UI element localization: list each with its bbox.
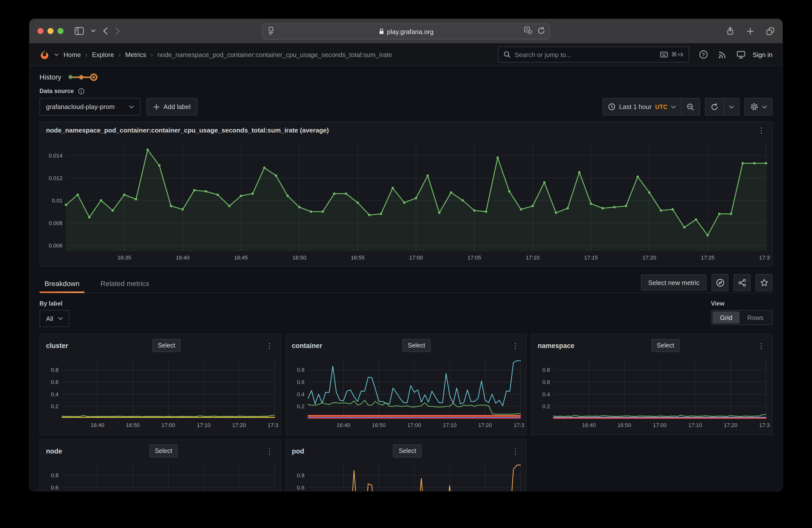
- forward-button-icon[interactable]: [115, 27, 120, 35]
- time-range-picker[interactable]: Last 1 hour UTC: [603, 99, 681, 115]
- x-axis-tick-label: 17:10: [443, 422, 456, 428]
- tab-overview-icon[interactable]: [766, 27, 774, 35]
- x-axis-tick-label: 16:40: [336, 422, 350, 428]
- history-step-current[interactable]: [90, 73, 97, 81]
- panel-menu-icon[interactable]: ⋮: [265, 342, 274, 349]
- node-chart-svg: 16:4016:5017:0017:1017:2017:300.20.40.60…: [42, 462, 278, 491]
- info-icon: [78, 88, 84, 94]
- view-option-rows[interactable]: Rows: [740, 311, 771, 323]
- refresh-interval-dropdown[interactable]: [724, 99, 739, 115]
- tab-related-metrics[interactable]: Related metrics: [96, 275, 154, 293]
- history-label: History: [40, 73, 61, 81]
- cluster-chart[interactable]: 16:4016:5017:0017:1017:2017:300.20.40.60…: [42, 356, 278, 432]
- tab-breakdown[interactable]: Breakdown: [40, 275, 85, 293]
- by-label-label: By label: [40, 300, 70, 308]
- select-new-metric-button[interactable]: Select new metric: [641, 275, 707, 291]
- logo-chevron-down-icon[interactable]: [55, 53, 58, 56]
- breadcrumb-item: node_namespace_pod_container:container_c…: [157, 51, 392, 58]
- history-step-dot[interactable]: [68, 75, 72, 79]
- namespace-chart[interactable]: 16:4016:5017:0017:1017:2017:300.20.40.60…: [534, 356, 770, 432]
- breakdown-panel-namespace: namespaceSelect⋮16:4016:5017:0017:1017:2…: [531, 334, 772, 435]
- x-axis-tick-label: 16:40: [176, 254, 189, 261]
- x-axis-tick-label: 16:50: [292, 254, 306, 261]
- history-step-connector: [72, 76, 79, 78]
- container-chart[interactable]: 16:4016:5017:0017:1017:2017:300.20.40.60…: [288, 356, 524, 432]
- back-button-icon[interactable]: [102, 27, 108, 35]
- news-rss-icon[interactable]: [718, 50, 727, 59]
- y-axis-tick-label: 0.8: [51, 367, 58, 373]
- history-step-dot[interactable]: [79, 75, 83, 79]
- sidebar-chevron-down-icon[interactable]: [91, 29, 96, 32]
- help-icon[interactable]: ?: [699, 50, 708, 59]
- zoom-window-button[interactable]: [58, 28, 63, 34]
- metric-panel-title: node_namespace_pod_container:container_c…: [46, 126, 329, 134]
- chevron-down-icon: [729, 105, 734, 108]
- explore-compass-button[interactable]: [711, 274, 728, 291]
- chevron-down-icon: [129, 105, 134, 108]
- cluster-chart-svg: 16:4016:5017:0017:1017:2017:300.20.40.60…: [42, 356, 278, 432]
- view-label: View: [711, 300, 772, 308]
- panel-title: container: [292, 342, 322, 349]
- select-button[interactable]: Select: [149, 444, 178, 457]
- plus-icon: [154, 104, 160, 110]
- address-bar[interactable]: play.grafana.org A: [262, 24, 550, 40]
- breadcrumb-item[interactable]: Home: [63, 51, 81, 58]
- star-button[interactable]: [755, 274, 772, 291]
- new-tab-icon[interactable]: [746, 27, 754, 35]
- x-axis-tick-label: 16:40: [90, 422, 104, 428]
- y-axis-tick-label: 0.8: [542, 367, 550, 373]
- grafana-logo[interactable]: [40, 49, 49, 60]
- sign-in-button[interactable]: Sign in: [753, 51, 773, 58]
- zoom-out-button[interactable]: [681, 99, 699, 115]
- minimize-window-button[interactable]: [47, 28, 54, 34]
- panel-menu-icon[interactable]: ⋮: [511, 342, 520, 349]
- y-axis-tick-label: 0.4: [542, 391, 550, 397]
- breadcrumb-item[interactable]: Explore: [92, 51, 114, 58]
- x-axis-tick-label: 17:30: [759, 254, 770, 261]
- y-axis-tick-label: 0.014: [49, 152, 62, 159]
- data-source-picker[interactable]: grafanacloud-play-prom: [40, 98, 141, 116]
- page-settings-icon[interactable]: [267, 27, 275, 35]
- translate-icon[interactable]: A: [524, 27, 533, 34]
- settings-button[interactable]: [745, 99, 772, 115]
- panel-title: node: [46, 447, 62, 455]
- search-shortcut: ⌘+k: [671, 51, 683, 58]
- explore-metrics-content: History Data source grafanacloud-play-pr…: [29, 66, 783, 491]
- panel-title: cluster: [46, 342, 68, 349]
- monitor-icon[interactable]: [737, 50, 746, 59]
- panel-title: namespace: [538, 342, 575, 349]
- select-button[interactable]: Select: [152, 339, 181, 352]
- reload-icon[interactable]: [537, 27, 545, 34]
- x-axis-tick-label: 17:20: [478, 422, 492, 428]
- panel-menu-icon[interactable]: ⋮: [756, 342, 766, 349]
- x-axis-tick-label: 16:45: [234, 254, 248, 261]
- share-icon[interactable]: [726, 27, 735, 35]
- select-button[interactable]: Select: [402, 339, 431, 352]
- add-label-button[interactable]: Add label: [146, 98, 198, 116]
- panel-menu-icon[interactable]: ⋮: [511, 447, 520, 455]
- select-button[interactable]: Select: [651, 339, 680, 352]
- search-placeholder: Search or jump to...: [515, 51, 571, 58]
- metric-graph-chart[interactable]: 16:3516:4016:4516:5016:5517:0017:0517:10…: [42, 138, 770, 264]
- x-axis-tick-label: 17:30: [267, 422, 278, 428]
- panel-menu-icon[interactable]: ⋮: [756, 126, 766, 134]
- history-stepper[interactable]: [68, 73, 97, 81]
- refresh-button[interactable]: [706, 99, 724, 115]
- share-graph-button[interactable]: [734, 274, 751, 291]
- select-button[interactable]: Select: [393, 444, 422, 457]
- y-axis-tick-label: 0.2: [297, 403, 304, 410]
- breakdown-panel-pod: podSelect⋮16:4016:5017:0017:1017:2017:30…: [285, 440, 526, 491]
- panel-menu-icon[interactable]: ⋮: [265, 447, 274, 455]
- search-input[interactable]: Search or jump to... ⌘+k: [498, 46, 689, 62]
- view-option-grid[interactable]: Grid: [712, 311, 740, 323]
- sidebar-toggle-icon[interactable]: [74, 27, 84, 35]
- by-label-dropdown[interactable]: All: [40, 310, 70, 327]
- pod-chart[interactable]: 16:4016:5017:0017:1017:2017:300.20.40.60…: [288, 462, 524, 491]
- breakdown-panel-container: containerSelect⋮16:4016:5017:0017:1017:2…: [285, 334, 526, 435]
- y-axis-tick-label: 0.6: [51, 379, 58, 385]
- x-axis-tick-label: 16:40: [582, 422, 596, 428]
- breadcrumb-item[interactable]: Metrics: [125, 51, 146, 58]
- node-chart[interactable]: 16:4016:5017:0017:1017:2017:300.20.40.60…: [42, 462, 278, 491]
- close-window-button[interactable]: [38, 28, 44, 34]
- chevron-down-icon: [58, 317, 63, 320]
